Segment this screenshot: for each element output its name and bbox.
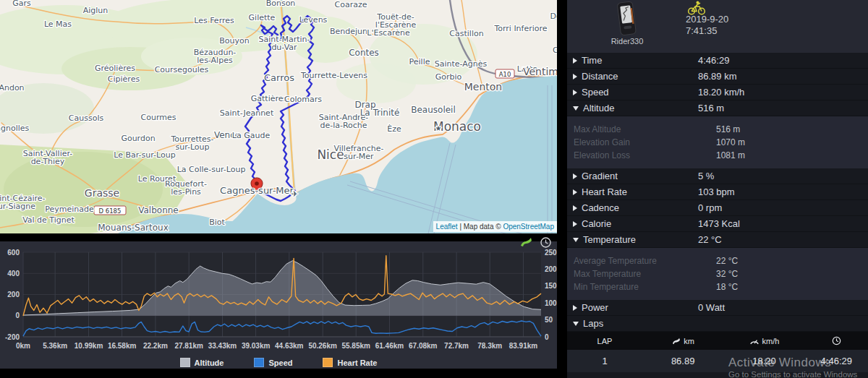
chevron-right-icon[interactable] xyxy=(573,189,577,195)
stat-row-laps[interactable]: Laps xyxy=(567,316,868,332)
stat-subvalue: 1070 m xyxy=(716,137,745,147)
map-label: Saint-Jeannet xyxy=(220,108,274,118)
map-label: Gorbio xyxy=(435,72,462,82)
x-axis-tick: 44.63km xyxy=(275,342,304,350)
chevron-down-icon[interactable] xyxy=(573,322,579,326)
stat-subrow: Average Temperature22 °C xyxy=(567,254,868,267)
map-label: du-Var xyxy=(271,43,297,52)
x-axis-tick: 0km xyxy=(16,342,30,350)
stat-row-time[interactable]: Time4:46:29 xyxy=(567,53,868,69)
left-axis-tick: 600 xyxy=(7,249,20,257)
map-label: Coursegoules xyxy=(155,65,209,74)
ride-date: 2019-9-20 xyxy=(686,14,728,25)
leaflet-link[interactable]: Leaflet xyxy=(436,223,458,231)
stat-row-altitude[interactable]: Altitude516 m xyxy=(567,100,868,116)
map-label: La Colle-sur-Loup xyxy=(177,165,246,174)
map-label: l'Escarène xyxy=(375,20,417,30)
x-axis-tick: 61.46km xyxy=(375,342,404,350)
map-label: Le Mas xyxy=(44,20,72,29)
stat-row-temperature[interactable]: Temperature22 °C xyxy=(567,232,868,248)
map-label: Bendejun xyxy=(330,27,367,36)
stat-sublabel: Elevation Loss xyxy=(574,150,630,160)
time-mode-icon[interactable] xyxy=(540,236,552,249)
map-label: Drap xyxy=(354,100,375,110)
stat-row-speed[interactable]: Speed18.20 km/h xyxy=(567,85,868,100)
map-label: Colomars xyxy=(284,95,322,104)
stat-value: 22 °C xyxy=(698,234,722,245)
stat-subvalue: 22 °C xyxy=(716,256,738,266)
stat-row-power[interactable]: Power0 Watt xyxy=(567,300,868,316)
stat-value: 0 rpm xyxy=(698,202,722,213)
stat-label: Cadence xyxy=(582,202,619,213)
right-axis-tick: 100 xyxy=(545,299,557,307)
stat-row-cadence[interactable]: Cadence0 rpm xyxy=(567,200,868,216)
map-label: Peymeinade xyxy=(45,205,94,214)
chevron-down-icon[interactable] xyxy=(573,238,579,242)
legend-item[interactable]: Altitude xyxy=(180,358,224,367)
stat-row-calorie[interactable]: Calorie1473 Kcal xyxy=(567,216,868,232)
x-axis-tick: 50.26km xyxy=(308,342,337,350)
stat-subvalue: 32 °C xyxy=(716,269,738,279)
distance-mode-icon[interactable] xyxy=(519,236,534,248)
right-axis-tick: 0 xyxy=(545,333,549,341)
map-label: Les Ferres xyxy=(194,16,234,25)
stats-list: Time4:46:29Distance86.89 kmSpeed18.20 km… xyxy=(567,53,868,332)
x-axis-tick: 78.3km xyxy=(477,342,502,350)
x-axis-tick: 33.43km xyxy=(208,342,237,350)
laps-header-cell: km/h xyxy=(723,337,804,345)
device-name: Rider330 xyxy=(580,37,674,46)
device-photo xyxy=(610,1,642,38)
right-axis-tick: 150 xyxy=(545,282,557,290)
x-axis-tick: 5.36km xyxy=(43,342,67,350)
stat-label: Distance xyxy=(582,71,618,82)
map-label: Dolce xyxy=(550,12,557,21)
stat-label: Gradient xyxy=(582,171,618,181)
chevron-right-icon[interactable] xyxy=(573,205,577,211)
chevron-right-icon[interactable] xyxy=(573,58,577,64)
map-label: Ventimiglia xyxy=(523,66,557,77)
map-label: sur-Loup xyxy=(175,142,209,152)
laps-header-cell: LAP xyxy=(567,337,642,345)
stat-label: Altitude xyxy=(583,103,614,113)
x-axis-tick: 22.2km xyxy=(143,342,168,350)
chevron-right-icon[interactable] xyxy=(573,305,577,311)
legend-swatch xyxy=(323,358,333,367)
legend-label: Altitude xyxy=(195,358,224,367)
map-label: Valbonne xyxy=(138,205,179,215)
stat-row-heart-rate[interactable]: Heart Rate103 bpm xyxy=(567,184,868,200)
x-axis-tick: 10.99km xyxy=(75,342,103,350)
lap-cell: 86.89 xyxy=(642,356,723,366)
chevron-right-icon[interactable] xyxy=(573,90,577,95)
route-map[interactable]: D 6185A10 GarsAiglunLe MasLes FerresBouy… xyxy=(0,0,557,233)
chevron-down-icon[interactable] xyxy=(573,106,579,111)
stat-value: 0 Watt xyxy=(698,302,725,313)
map-label: Coaraze xyxy=(335,0,367,9)
stat-row-distance[interactable]: Distance86.89 km xyxy=(567,69,868,85)
distance-swoosh-icon xyxy=(671,337,681,345)
x-axis-tick: 83.91km xyxy=(509,342,538,350)
map-label: Gréolières xyxy=(95,64,135,73)
map-label: Gattières xyxy=(251,94,288,103)
chevron-right-icon[interactable] xyxy=(573,221,577,227)
stat-value: 86.89 km xyxy=(698,71,736,82)
legend-item[interactable]: Heart Rate xyxy=(323,358,377,367)
stat-value: 516 m xyxy=(698,103,724,113)
stat-subvalue: 1081 m xyxy=(716,150,745,160)
legend-item[interactable]: Speed xyxy=(254,358,292,367)
activity-header: Rider330 2019-9-20 7:41:35 xyxy=(567,0,868,53)
chevron-right-icon[interactable] xyxy=(573,74,577,80)
map-label: Beausoleil xyxy=(411,105,456,115)
map-label: Carros xyxy=(264,72,294,83)
stat-row-gradient[interactable]: Gradient5 % xyxy=(567,168,868,184)
map-label: Tourrette-Levens xyxy=(300,71,367,80)
ride-profile-chart[interactable]: 6004002000-2002502001501005000km5.36km10… xyxy=(0,241,557,369)
svg-text:A10: A10 xyxy=(499,71,511,78)
chevron-right-icon[interactable] xyxy=(573,173,577,179)
x-axis-tick: 39.03km xyxy=(242,342,271,350)
map-label: ragnolles xyxy=(0,124,30,133)
stat-detail-temperature: Average Temperature22 °CMax Temperature3… xyxy=(567,248,868,300)
map-label: Gourdon xyxy=(121,134,155,143)
stat-sublabel: Max Altitude xyxy=(574,124,621,134)
osm-link[interactable]: OpenStreetMap xyxy=(503,223,554,231)
stat-value: 18.20 km/h xyxy=(698,87,744,98)
